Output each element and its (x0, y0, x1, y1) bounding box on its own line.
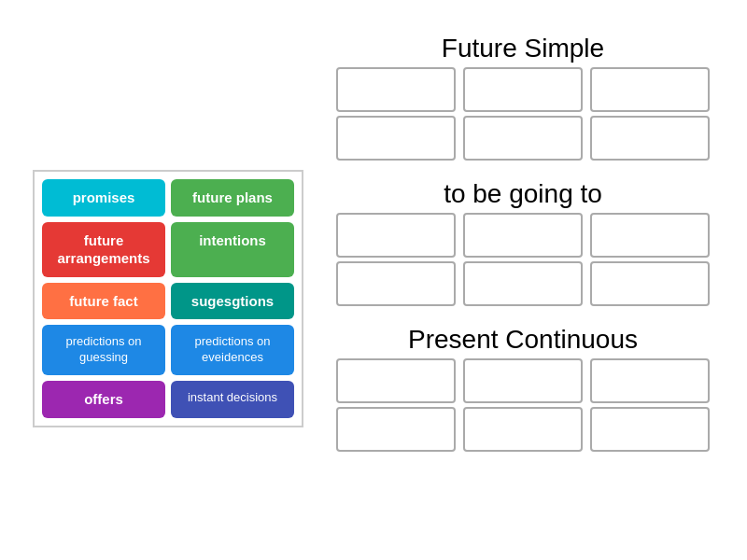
drop-cell[interactable] (336, 116, 456, 161)
section-title-present-continuous: Present Continuous (336, 325, 710, 355)
item-intentions[interactable]: intentions (171, 222, 294, 277)
drop-grid-present-cont-row1 (336, 358, 710, 403)
section-present-continuous: Present Continuous (336, 319, 710, 455)
drop-cell[interactable] (590, 407, 710, 452)
drop-cell[interactable] (463, 358, 583, 403)
item-future-plans[interactable]: future plans (171, 179, 294, 217)
drop-cell[interactable] (336, 407, 456, 452)
item-sugesgtions[interactable]: sugesgtions (171, 283, 294, 320)
drop-cell[interactable] (336, 213, 456, 258)
drop-cell[interactable] (590, 261, 710, 306)
right-panel: Future Simple to be going to (317, 19, 728, 541)
item-predictions-eveidences[interactable]: predictions on eveidences (171, 325, 294, 375)
drop-grid-future-simple-row1 (336, 67, 710, 112)
section-future-simple: Future Simple (336, 28, 710, 164)
drop-grid-going-to-row2 (336, 261, 710, 306)
drop-cell[interactable] (463, 116, 583, 161)
drop-cell[interactable] (463, 213, 583, 258)
drop-cell[interactable] (590, 67, 710, 112)
drop-cell[interactable] (463, 261, 583, 306)
section-to-be-going-to: to be going to (336, 174, 710, 310)
item-future-arrangements[interactable]: future arrangements (42, 222, 165, 277)
drop-grid-going-to-row1 (336, 213, 710, 258)
drop-grid-present-cont-row2 (336, 407, 710, 452)
section-title-to-be-going-to: to be going to (336, 179, 710, 209)
drop-cell[interactable] (336, 358, 456, 403)
item-predictions-guessing[interactable]: predictions on guessing (42, 325, 165, 375)
drop-cell[interactable] (336, 261, 456, 306)
item-future-fact[interactable]: future fact (42, 283, 165, 320)
drop-cell[interactable] (336, 67, 456, 112)
left-panel: promises future plans future arrangement… (19, 19, 317, 541)
section-title-future-simple: Future Simple (336, 34, 710, 63)
drop-cell[interactable] (590, 116, 710, 161)
drop-cell[interactable] (590, 213, 710, 258)
item-instant-decisions[interactable]: instant decisions (171, 381, 294, 418)
drop-cell[interactable] (463, 67, 583, 112)
drop-cell[interactable] (590, 358, 710, 403)
drop-cell[interactable] (463, 407, 583, 452)
items-grid: promises future plans future arrangement… (33, 170, 303, 427)
item-offers[interactable]: offers (42, 381, 165, 418)
drop-grid-future-simple-row2 (336, 116, 710, 161)
main-container: promises future plans future arrangement… (0, 0, 747, 560)
item-promises[interactable]: promises (42, 179, 165, 217)
